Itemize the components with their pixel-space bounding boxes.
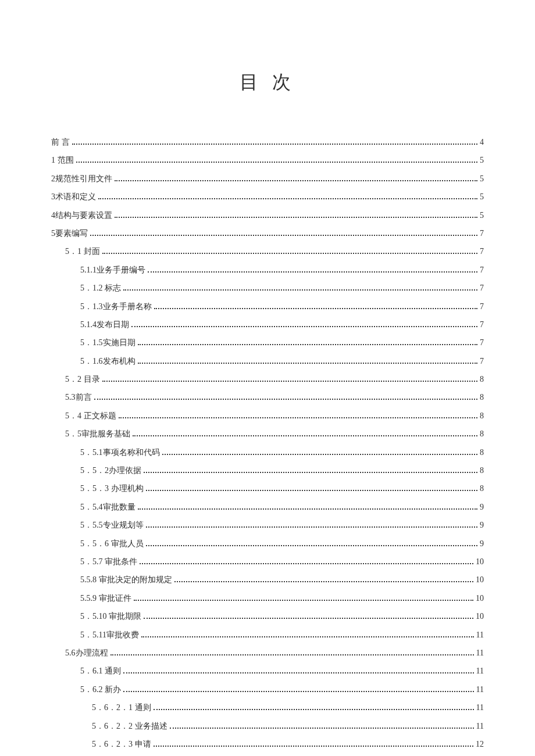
toc-page-number: 10: [476, 592, 484, 605]
toc-leader: [133, 435, 477, 436]
toc-row[interactable]: 5．4 正文标题8: [51, 410, 484, 422]
toc-label: 2规范性引用文件: [51, 173, 112, 185]
toc-page-number: 7: [480, 318, 484, 331]
toc-row[interactable]: 5．6．2．3 申请12: [51, 738, 484, 751]
toc-page-number: 5: [480, 191, 484, 203]
toc-label: 5．5.7 审批条件: [80, 556, 137, 568]
toc-leader: [154, 308, 478, 309]
toc-page-number: 7: [480, 355, 484, 368]
toc-leader: [148, 271, 477, 273]
toc-row[interactable]: 5．1.5实施日期7: [51, 336, 484, 349]
toc-label: 5．5审批服务基础: [65, 428, 130, 440]
toc-label: 5.3前言: [65, 391, 92, 404]
toc-page-number: 9: [480, 538, 484, 550]
toc-leader: [76, 162, 478, 163]
toc-leader: [154, 746, 474, 747]
toc-row[interactable]: 5.5.9 审批证件10: [51, 592, 484, 605]
toc-row[interactable]: 5．6．2．1 通则11: [51, 701, 484, 714]
toc-page-number: 9: [480, 501, 484, 514]
toc-row[interactable]: 5．5．6 审批人员9: [51, 538, 484, 550]
toc-row[interactable]: 4结构与要素设置5: [51, 209, 484, 222]
toc-row[interactable]: 5．1.2 标志7: [51, 282, 484, 295]
toc-leader: [102, 253, 478, 254]
toc-leader: [170, 728, 474, 729]
toc-leader: [115, 217, 477, 218]
toc-row[interactable]: 5．1.6发布机构7: [51, 355, 484, 368]
toc-row[interactable]: 5．5审批服务基础8: [51, 428, 484, 440]
toc-page-number: 8: [480, 373, 484, 386]
toc-row[interactable]: 5．5.4审批数量9: [51, 501, 484, 514]
toc-row[interactable]: 前 言4: [51, 136, 484, 149]
toc-page-number: 8: [480, 482, 484, 495]
toc-page-number: 7: [480, 336, 484, 349]
toc-leader: [131, 326, 477, 327]
toc-label: 5要素编写: [51, 227, 88, 240]
toc-leader: [140, 563, 473, 564]
toc-label: 5．5.10 审批期限: [80, 610, 141, 623]
toc-label: 5．1.2 标志: [80, 282, 121, 295]
toc-row[interactable]: 5．1 封面7: [51, 245, 484, 258]
toc-row[interactable]: 3术语和定义5: [51, 191, 484, 203]
toc-page-number: 7: [480, 264, 484, 277]
toc-label: 5．6.2 新办: [80, 683, 121, 696]
toc-label: 5．6．2．3 申请: [92, 738, 151, 751]
toc-row[interactable]: 5．5.10 审批期限10: [51, 610, 484, 623]
toc-page-number: 7: [480, 300, 484, 313]
toc-label: 5．5.11审批收费: [80, 629, 139, 642]
toc-leader: [146, 526, 478, 528]
toc-row[interactable]: 5.6办理流程11: [51, 647, 484, 660]
toc-row[interactable]: 5.1.4发布日期7: [51, 318, 484, 331]
toc-row[interactable]: 5．5.11审批收费11: [51, 629, 484, 642]
toc-label: 5．5.1事项名称和代码: [80, 446, 160, 459]
toc-row[interactable]: 2规范性引用文件5: [51, 173, 484, 185]
toc-label: 5.5.8 审批决定的附加规定: [80, 574, 172, 586]
toc-label: 5．6．2．1 通则: [92, 701, 151, 714]
toc-row[interactable]: 5．5．3 办理机构8: [51, 482, 484, 495]
toc-leader: [98, 198, 477, 199]
toc-row[interactable]: 5．6.1 通则11: [51, 665, 484, 678]
toc-row[interactable]: 5．2 目录8: [51, 373, 484, 386]
toc-page-number: 11: [476, 683, 484, 696]
toc-page-number: 5: [480, 154, 484, 167]
toc-row[interactable]: 5.1.1业务手册编号7: [51, 264, 484, 277]
toc-row[interactable]: 5．5.5专业规划等9: [51, 519, 484, 532]
toc-label: 5．5．6 审批人员: [80, 538, 144, 550]
toc-label: 5．1.3业务手册名称: [80, 300, 152, 313]
toc-row[interactable]: 5.5.8 审批决定的附加规定10: [51, 574, 484, 586]
toc-page-number: 11: [476, 647, 484, 660]
toc-label: 3术语和定义: [51, 191, 96, 203]
toc-leader: [138, 508, 478, 510]
toc-label: 5．5．3 办理机构: [80, 482, 144, 495]
toc-row[interactable]: 5．6．2．2 业务描述11: [51, 720, 484, 733]
toc-row[interactable]: 5．6.2 新办11: [51, 683, 484, 696]
toc-page-number: 4: [480, 136, 484, 149]
toc-row[interactable]: 5．5.1事项名称和代码8: [51, 446, 484, 459]
toc-label: 5.1.1业务手册编号: [80, 264, 145, 277]
page-title: 目 次: [51, 70, 484, 95]
toc-leader: [138, 344, 478, 345]
toc-leader: [146, 545, 478, 546]
toc-row[interactable]: 5.3前言8: [51, 391, 484, 404]
toc-label: 5．1.6发布机构: [80, 355, 135, 368]
toc-page-number: 5: [480, 173, 484, 185]
toc-page-number: 7: [480, 245, 484, 258]
toc-label: 5．1.5实施日期: [80, 336, 135, 349]
toc-leader: [154, 709, 474, 710]
toc-label: 5．5．2办理依据: [80, 464, 141, 477]
toc-page-number: 11: [476, 720, 484, 733]
toc-label: 5．1 封面: [65, 245, 100, 258]
toc-page-number: 8: [480, 410, 484, 422]
toc-label: 5．2 目录: [65, 373, 100, 386]
toc-page-number: 8: [480, 464, 484, 477]
toc-row[interactable]: 5．5．2办理依据8: [51, 464, 484, 477]
toc-row[interactable]: 5．5.7 审批条件10: [51, 556, 484, 568]
toc-row[interactable]: 5．1.3业务手册名称7: [51, 300, 484, 313]
toc-page-number: 9: [480, 519, 484, 532]
toc-row[interactable]: 1 范围5: [51, 154, 484, 167]
toc-page-number: 7: [480, 227, 484, 240]
toc-row[interactable]: 5要素编写7: [51, 227, 484, 240]
toc-page-number: 11: [476, 665, 484, 678]
toc-leader: [72, 144, 478, 145]
toc-label: 5．5.5专业规划等: [80, 519, 144, 532]
toc-label: 5．4 正文标题: [65, 410, 116, 422]
